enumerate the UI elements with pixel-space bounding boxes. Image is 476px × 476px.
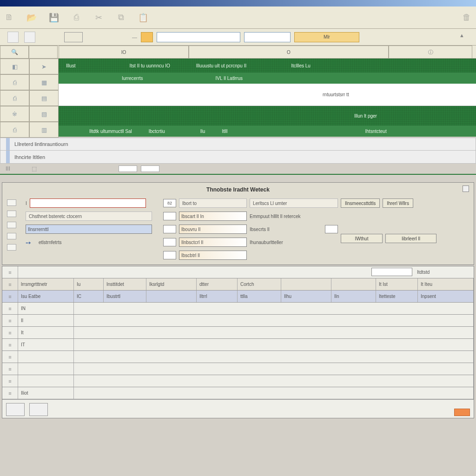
- rowhdr-1a[interactable]: ◧: [0, 59, 29, 74]
- colhdr-a2[interactable]: [29, 46, 58, 59]
- minimize-icon[interactable]: [463, 185, 469, 192]
- row-headers: ◧➤ ⎙▦ ⎙▤ ※▧ ⎙▥: [0, 59, 59, 138]
- btn-d[interactable]: Iibrleerl ll: [385, 234, 436, 243]
- paste-icon[interactable]: 📋: [138, 12, 149, 23]
- th2-6[interactable]: Ilhu: [281, 291, 331, 302]
- th2-0[interactable]: Isu Eatbe: [18, 291, 74, 302]
- colhdr-b[interactable]: IO: [59, 46, 189, 59]
- table-row: ≡IT: [2, 339, 474, 351]
- c2r3-input[interactable]: [179, 225, 247, 234]
- dlg-left-5[interactable]: [7, 244, 16, 251]
- header-row-2[interactable]: Iurrecerrts IVL Il Latlrrus: [59, 73, 476, 84]
- header-row-3[interactable]: Illun lt pger: [59, 106, 476, 126]
- cut-icon[interactable]: ✂: [93, 12, 104, 23]
- table-row: ≡It: [2, 327, 474, 339]
- th-8[interactable]: It Ist: [376, 278, 418, 290]
- formula-input-1[interactable]: [157, 32, 240, 42]
- th-1[interactable]: Iu: [74, 278, 104, 290]
- rowhdr-4a[interactable]: ※: [0, 106, 29, 122]
- tr1[interactable]: Il: [18, 315, 74, 326]
- special-input[interactable]: [371, 268, 412, 276]
- th-0[interactable]: lrrsmgrtttnetr: [18, 278, 74, 290]
- btn-b[interactable]: Ihrerl Wllrs: [383, 198, 413, 208]
- footer-badge: [454, 409, 470, 416]
- colhdr-corner[interactable]: 🔍: [0, 46, 29, 59]
- c3r3-box[interactable]: [325, 225, 338, 233]
- rowhdr-4b[interactable]: ▧: [29, 106, 59, 122]
- th-7[interactable]: [331, 278, 376, 290]
- footer-btn-2[interactable]: [29, 403, 48, 416]
- th-4[interactable]: dtter: [197, 278, 238, 290]
- c1r2-label: Chsthnet bsteretc ctocern: [26, 212, 152, 221]
- rowhdr-2b[interactable]: ▦: [29, 74, 59, 90]
- th2-3[interactable]: [146, 291, 197, 302]
- rowhdr-5a[interactable]: ⎙: [0, 122, 29, 138]
- data-row-1[interactable]: rntuurtstsrr tt: [59, 84, 476, 106]
- tb2-btn-a[interactable]: [7, 32, 19, 43]
- th-3[interactable]: Iksrlgtd: [146, 278, 197, 290]
- tr6[interactable]: [18, 375, 74, 387]
- th2-8[interactable]: Itetteste: [376, 291, 418, 302]
- formula-input-2[interactable]: [244, 32, 291, 42]
- colhdr-c[interactable]: O: [189, 46, 389, 59]
- btn-c[interactable]: IWthut: [341, 234, 383, 243]
- tb2-btn-b[interactable]: [24, 32, 35, 43]
- c2r5-input[interactable]: [179, 251, 247, 260]
- div-box-2[interactable]: [141, 165, 159, 172]
- lt-side-h1[interactable]: ≡: [2, 278, 18, 290]
- dlg-left-3[interactable]: [7, 222, 16, 228]
- open-icon[interactable]: 📂: [26, 12, 37, 23]
- rowhdr-5b[interactable]: ▥: [29, 122, 59, 138]
- header-row-4[interactable]: Iltdtk ultummuctll Sal Ibctcrtiu Ilu Itl…: [59, 126, 476, 137]
- th2-1[interactable]: IC: [74, 291, 104, 302]
- dlg-left-1[interactable]: [7, 199, 16, 206]
- yellow-marker-1[interactable]: [141, 32, 153, 42]
- btn-a[interactable]: Ilnsmeecsttdtls: [341, 198, 380, 208]
- formula-edit-2[interactable]: Ihncirte ItItlen: [0, 151, 476, 164]
- tr7[interactable]: Iliot: [18, 387, 74, 399]
- tr0[interactable]: IN: [18, 303, 74, 314]
- rowhdr-2a[interactable]: ⎙: [0, 74, 29, 90]
- export-icon[interactable]: ▲: [459, 33, 469, 42]
- accent-2: [6, 151, 10, 163]
- rowhdr-3a[interactable]: ⎙: [0, 90, 29, 106]
- rowhdr-1b[interactable]: ➤: [29, 59, 59, 74]
- c1r1-input[interactable]: [30, 198, 146, 208]
- trash-icon[interactable]: 🗑: [461, 12, 472, 23]
- th-2[interactable]: Insttitdet: [104, 278, 146, 290]
- th2-4[interactable]: Iltrrl: [197, 291, 238, 302]
- c2r2-input[interactable]: [179, 212, 247, 221]
- table-row: ≡: [2, 375, 474, 387]
- th-5[interactable]: Cortch: [238, 278, 281, 290]
- header-row-1[interactable]: Illust Itst II tu uunnncu IO Illuuustu u…: [59, 59, 476, 73]
- tr3[interactable]: IT: [18, 339, 74, 350]
- div-box-1[interactable]: [119, 165, 137, 172]
- formula-edit-1[interactable]: LIlreterd lintlnrauntiourn: [0, 138, 476, 151]
- yellow-label-box[interactable]: Mlr: [294, 32, 359, 42]
- copy-icon[interactable]: ⧉: [115, 12, 126, 23]
- th2-7[interactable]: Iln: [331, 291, 376, 302]
- name-box[interactable]: [64, 32, 83, 42]
- lt-side-sp[interactable]: ≡: [2, 266, 18, 278]
- c2r1: Ibort to: [179, 198, 247, 208]
- lt-side-h2[interactable]: ≡: [2, 291, 18, 302]
- tr2[interactable]: It: [18, 327, 74, 338]
- dlg-left-2[interactable]: [7, 211, 16, 217]
- th2-2[interactable]: Ibustrtl: [104, 291, 146, 302]
- th-6[interactable]: [281, 278, 331, 290]
- print-icon[interactable]: ⎙: [71, 12, 82, 23]
- th2-9[interactable]: Inpsent: [418, 291, 474, 302]
- rowhdr-3b[interactable]: ▤: [29, 90, 59, 106]
- th2-5[interactable]: ttlla: [238, 291, 281, 302]
- tr4[interactable]: [18, 351, 74, 363]
- tr5[interactable]: [18, 363, 74, 375]
- doc-icon[interactable]: 🗎: [4, 12, 15, 23]
- colhdr-d[interactable]: ⓘ: [389, 46, 472, 59]
- footer-btn-1[interactable]: [6, 403, 25, 416]
- dlg-left-4[interactable]: [7, 233, 16, 239]
- c1r3-input[interactable]: [26, 225, 152, 234]
- c2r4-input[interactable]: [179, 238, 247, 247]
- dialog-col-2: 82Ibort to: [163, 198, 247, 261]
- save-icon[interactable]: 💾: [48, 12, 60, 23]
- th-9[interactable]: It Iteu: [418, 278, 474, 290]
